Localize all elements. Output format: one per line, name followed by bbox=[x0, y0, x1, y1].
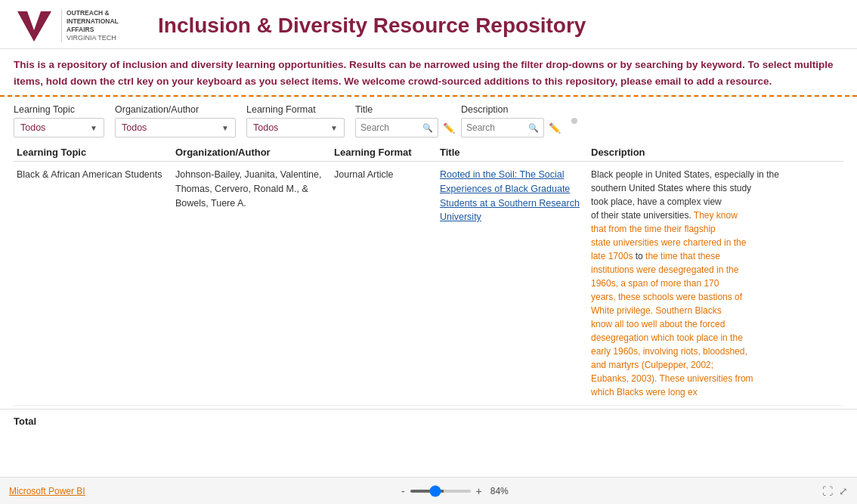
title-link[interactable]: Rooted in the Soil: The Social Experienc… bbox=[440, 169, 580, 222]
outreach-text: OUTREACH & INTERNATIONAL AFFAIRS VIRGINI… bbox=[61, 9, 144, 43]
powerbi-link[interactable]: Microsoft Power BI bbox=[9, 486, 85, 496]
edit-icon[interactable]: ✏️ bbox=[443, 122, 455, 134]
learning-format-value: Todos bbox=[253, 122, 278, 133]
cell-description: Black people in United States, especiall… bbox=[588, 166, 843, 400]
table-area: Learning Topic Organization/Author Learn… bbox=[14, 145, 843, 406]
zoom-level: 84% bbox=[490, 486, 509, 496]
description-search-box[interactable]: 🔍 bbox=[461, 118, 544, 138]
search-icon: 🔍 bbox=[528, 123, 539, 133]
page-title: Inclusion & Diversity Resource Repositor… bbox=[158, 14, 586, 38]
org-author-value: Todos bbox=[122, 122, 147, 133]
org-author-label: Organization/Author bbox=[115, 104, 236, 115]
zoom-slider[interactable] bbox=[410, 490, 471, 493]
fullscreen-icon[interactable]: ⤢ bbox=[839, 485, 848, 497]
zoom-out-button[interactable]: - bbox=[399, 485, 407, 497]
main-content: Learning Topic Todos ▼ Organization/Auth… bbox=[0, 97, 857, 406]
cell-learning-format: Journal Article bbox=[331, 166, 437, 184]
description-search-group: Description 🔍 ✏️ bbox=[461, 104, 561, 138]
description-text: This is a repository of inclusion and di… bbox=[14, 57, 843, 89]
vt-logo-icon bbox=[14, 8, 55, 44]
col-header-learning-topic: Learning Topic bbox=[14, 145, 172, 159]
learning-topic-dropdown[interactable]: Todos ▼ bbox=[14, 118, 104, 138]
logo-area: OUTREACH & INTERNATIONAL AFFAIRS VIRGINI… bbox=[14, 8, 144, 44]
chevron-down-icon: ▼ bbox=[90, 124, 97, 132]
description-search-input[interactable] bbox=[466, 122, 527, 133]
chevron-down-icon: ▼ bbox=[330, 124, 338, 132]
separator-dot bbox=[571, 118, 577, 124]
svg-marker-0 bbox=[17, 11, 51, 42]
bottom-icons: ⛶ ⤢ bbox=[822, 485, 848, 497]
bottom-bar: Microsoft Power BI - + 84% ⛶ ⤢ bbox=[0, 477, 857, 504]
title-search-input[interactable] bbox=[360, 122, 421, 133]
learning-topic-filter: Learning Topic Todos ▼ bbox=[14, 104, 104, 138]
chevron-down-icon: ▼ bbox=[221, 124, 229, 132]
learning-format-dropdown[interactable]: Todos ▼ bbox=[246, 118, 345, 138]
header: OUTREACH & INTERNATIONAL AFFAIRS VIRGINI… bbox=[0, 0, 857, 49]
title-search-inner: 🔍 ✏️ bbox=[355, 118, 455, 138]
zoom-in-button[interactable]: + bbox=[474, 485, 484, 497]
col-header-org-author: Organization/Author bbox=[172, 145, 331, 159]
learning-topic-value: Todos bbox=[20, 122, 45, 133]
org-author-dropdown[interactable]: Todos ▼ bbox=[115, 118, 236, 138]
zoom-controls: - + 84% bbox=[399, 485, 509, 497]
title-label: Title bbox=[355, 104, 455, 115]
title-search-box[interactable]: 🔍 bbox=[355, 118, 438, 138]
title-search-group: Title 🔍 ✏️ bbox=[355, 104, 455, 138]
col-header-title: Title bbox=[437, 145, 588, 159]
table-row: Black & African American Students Johnso… bbox=[14, 162, 843, 406]
expand-icon[interactable]: ⛶ bbox=[822, 485, 833, 497]
learning-format-filter: Learning Format Todos ▼ bbox=[246, 104, 345, 138]
cell-org-author: Johnson-Bailey, Juanita, Valentine, Thom… bbox=[172, 166, 331, 212]
cell-learning-topic: Black & African American Students bbox=[14, 166, 172, 184]
table-header-row: Learning Topic Organization/Author Learn… bbox=[14, 145, 843, 162]
total-label: Total bbox=[14, 416, 36, 427]
search-icon: 🔍 bbox=[422, 123, 433, 133]
col-header-learning-format: Learning Format bbox=[331, 145, 437, 159]
org-author-filter: Organization/Author Todos ▼ bbox=[115, 104, 236, 138]
description-search-inner: 🔍 ✏️ bbox=[461, 118, 561, 138]
learning-format-label: Learning Format bbox=[246, 104, 345, 115]
col-header-description: Description bbox=[588, 145, 843, 159]
edit-icon[interactable]: ✏️ bbox=[549, 122, 561, 134]
description-bar: This is a repository of inclusion and di… bbox=[0, 49, 857, 97]
filter-row: Learning Topic Todos ▼ Organization/Auth… bbox=[14, 104, 843, 138]
cell-title[interactable]: Rooted in the Soil: The Social Experienc… bbox=[437, 166, 588, 226]
learning-topic-label: Learning Topic bbox=[14, 104, 104, 115]
description-label: Description bbox=[461, 104, 561, 115]
footer-total: Total bbox=[0, 409, 857, 433]
